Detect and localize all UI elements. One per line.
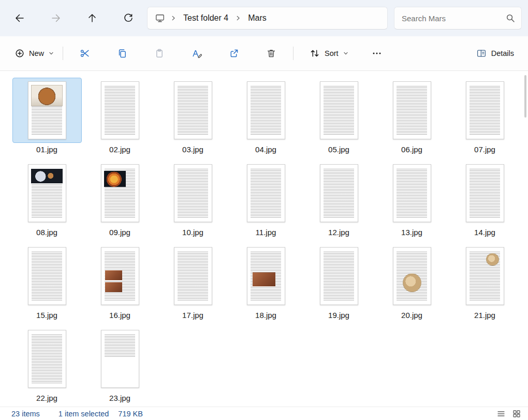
selection-size: 719 KB <box>118 410 143 418</box>
file-tile[interactable]: 23.jpg <box>83 324 156 407</box>
search-icon[interactable] <box>506 13 515 23</box>
file-tile[interactable]: 01.jpg <box>10 75 83 158</box>
file-tile[interactable]: 14.jpg <box>448 158 521 241</box>
file-tile[interactable]: 11.jpg <box>229 158 302 241</box>
file-tile[interactable]: 07.jpg <box>448 75 521 158</box>
file-thumbnail <box>12 326 82 392</box>
toolbar-divider <box>63 47 63 60</box>
document-page-preview <box>320 81 358 139</box>
file-name-label: 14.jpg <box>474 227 495 237</box>
file-tile[interactable]: 16.jpg <box>83 241 156 324</box>
breadcrumb-item-mars[interactable]: Mars <box>243 11 271 25</box>
file-thumbnail <box>85 161 155 226</box>
page-text-lines <box>105 335 135 358</box>
breadcrumb-item-test-folder-4[interactable]: Test folder 4 <box>179 11 233 25</box>
file-tile[interactable]: 09.jpg <box>83 158 156 241</box>
breadcrumb-chevron-icon[interactable] <box>234 15 242 21</box>
this-pc-icon[interactable] <box>153 13 168 23</box>
search-input[interactable] <box>401 13 506 23</box>
copy-button[interactable] <box>111 44 134 63</box>
toolbar-divider <box>293 47 294 60</box>
file-tile[interactable]: 05.jpg <box>302 75 375 158</box>
document-page-preview <box>28 247 66 305</box>
refresh-icon <box>123 13 134 23</box>
new-button[interactable]: New <box>9 44 60 63</box>
file-tile[interactable]: 22.jpg <box>10 324 83 407</box>
file-tile[interactable]: 06.jpg <box>375 75 448 158</box>
file-tile[interactable]: 19.jpg <box>302 241 375 324</box>
back-button[interactable] <box>9 8 30 28</box>
details-view-button[interactable] <box>495 408 507 419</box>
file-thumbnail <box>85 243 155 309</box>
forward-button[interactable] <box>46 8 66 28</box>
breadcrumb-chevron-icon[interactable] <box>169 15 178 21</box>
selection-summary: 1 item selected <box>58 410 109 418</box>
document-page-preview <box>466 81 504 139</box>
file-thumbnail <box>158 161 228 226</box>
thumbnail-photo-red <box>253 272 276 286</box>
nav-buttons <box>9 8 139 28</box>
file-tile[interactable]: 17.jpg <box>156 241 229 324</box>
search-box[interactable] <box>394 7 522 30</box>
file-tile[interactable]: 12.jpg <box>302 158 375 241</box>
document-page-preview <box>247 164 285 222</box>
document-page-preview <box>174 164 212 222</box>
up-button[interactable] <box>82 8 102 28</box>
thumbnail-photo-interior <box>104 171 126 187</box>
rename-button[interactable] <box>185 44 208 63</box>
file-thumbnail <box>304 243 374 309</box>
file-thumbnail <box>231 78 301 143</box>
up-arrow-icon <box>87 13 97 23</box>
file-tile[interactable]: 15.jpg <box>10 241 83 324</box>
refresh-button[interactable] <box>118 8 139 28</box>
document-page-preview <box>466 247 504 305</box>
sort-button-label: Sort <box>325 49 339 57</box>
more-ellipsis-icon <box>372 48 382 59</box>
file-name-label: 21.jpg <box>474 310 495 320</box>
page-text-lines <box>470 169 500 219</box>
file-tile[interactable]: 13.jpg <box>375 158 448 241</box>
file-name-label: 15.jpg <box>36 310 57 320</box>
delete-button[interactable] <box>260 44 283 63</box>
document-page-preview <box>320 164 358 222</box>
share-button[interactable] <box>223 44 245 63</box>
file-tile[interactable]: 21.jpg <box>448 241 521 324</box>
paste-clipboard-icon <box>154 48 165 59</box>
page-text-lines <box>251 86 281 136</box>
cut-scissors-icon <box>80 48 90 59</box>
file-tile[interactable]: 10.jpg <box>156 158 229 241</box>
icons-view-button[interactable] <box>510 408 523 419</box>
details-pane-icon <box>476 48 487 59</box>
page-text-lines <box>32 252 62 301</box>
document-page-preview <box>174 81 212 139</box>
address-bar[interactable]: Test folder 4 Mars <box>147 7 388 30</box>
sort-button[interactable]: Sort <box>304 44 354 63</box>
file-name-label: 20.jpg <box>401 310 422 320</box>
file-thumbnail <box>12 243 82 309</box>
file-tile[interactable]: 20.jpg <box>375 241 448 324</box>
file-tile[interactable]: 04.jpg <box>229 75 302 158</box>
file-tile[interactable]: 18.jpg <box>229 241 302 324</box>
chevron-down-icon <box>49 51 54 56</box>
paste-button[interactable] <box>148 44 171 63</box>
details-pane-button[interactable]: Details <box>471 44 520 63</box>
file-thumbnail <box>450 78 520 143</box>
file-thumbnail <box>304 78 374 143</box>
file-tile[interactable]: 08.jpg <box>10 158 83 241</box>
more-options-button[interactable] <box>365 44 388 63</box>
document-page-preview <box>101 330 139 388</box>
page-text-lines <box>105 86 135 136</box>
document-page-preview <box>393 164 431 222</box>
vertical-scrollbar-thumb[interactable] <box>524 75 526 118</box>
file-tile[interactable]: 03.jpg <box>156 75 229 158</box>
cut-button[interactable] <box>74 44 96 63</box>
document-page-preview <box>28 164 66 222</box>
file-name-label: 07.jpg <box>474 144 495 154</box>
file-thumbnail <box>158 243 228 309</box>
document-page-preview <box>247 247 285 305</box>
file-name-label: 17.jpg <box>182 310 203 320</box>
file-tile[interactable]: 02.jpg <box>83 75 156 158</box>
file-thumbnail <box>12 78 82 143</box>
file-thumbnail <box>85 78 155 143</box>
file-thumbnail <box>85 326 155 392</box>
